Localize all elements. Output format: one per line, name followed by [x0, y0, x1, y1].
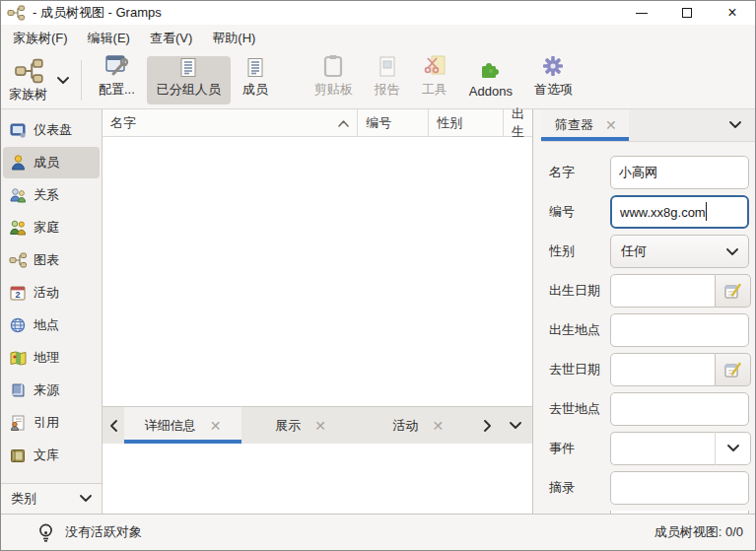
configure-icon	[103, 54, 129, 78]
chevron-down-icon	[80, 495, 92, 503]
people-table-body[interactable]	[103, 137, 532, 406]
sidebar-item-citations[interactable]: 引用	[3, 407, 100, 439]
family-tree-chevron-icon[interactable]	[57, 77, 69, 85]
configure-button[interactable]: 配置...	[89, 56, 145, 104]
tab-close-icon[interactable]: ✕	[432, 418, 444, 434]
filter-birth-date-label: 出生日期	[549, 282, 610, 300]
filter-gender-select[interactable]: 任何	[610, 235, 749, 268]
tab-details[interactable]: 详细信息 ✕	[124, 407, 241, 444]
filter-note-label: 摘录	[549, 479, 610, 497]
clipboard-icon	[323, 54, 343, 78]
citations-icon	[9, 415, 27, 432]
death-date-picker-button[interactable]	[716, 353, 751, 386]
charts-icon	[9, 252, 27, 269]
chevron-right-icon	[484, 420, 492, 432]
category-label: 类别	[11, 490, 80, 508]
sidebar-item-sources[interactable]: 来源	[3, 375, 100, 406]
sidebar-item-charts[interactable]: 图表	[3, 244, 100, 276]
filter-birth-place-label: 出生地点	[549, 321, 610, 339]
gramps-window: - 成员树视图 - Gramps × 家族树(F) 编辑(E) 查看(V) 帮助…	[0, 0, 756, 551]
sidebar-item-label: 仪表盘	[34, 121, 72, 139]
menu-view[interactable]: 查看(V)	[140, 26, 202, 51]
gramplet-content	[103, 444, 532, 514]
sidebar-item-relationships[interactable]: 关系	[3, 179, 100, 211]
person-list-icon	[246, 57, 264, 78]
filter-tab-bar: 筛查器 ✕	[541, 109, 755, 142]
filter-death-place-input[interactable]	[610, 392, 749, 426]
view-count: 成员树视图: 0/0	[654, 523, 743, 541]
menu-help[interactable]: 帮助(H)	[202, 26, 265, 51]
category-dropdown[interactable]: 类别	[1, 483, 102, 514]
text-cursor	[706, 202, 707, 221]
events-icon: 2	[9, 285, 27, 302]
filter-name-label: 名字	[549, 164, 610, 181]
column-header-name[interactable]: 名字	[103, 109, 358, 136]
sidebar-item-events[interactable]: 2 活动	[3, 277, 100, 309]
chevron-left-icon	[109, 420, 117, 432]
filter-event-input[interactable]	[610, 432, 716, 465]
clipboard-button: 剪贴板	[305, 56, 363, 104]
birth-date-picker-button[interactable]	[716, 274, 751, 308]
gramplet-menu-button[interactable]	[499, 407, 532, 444]
sidebar-item-geography[interactable]: 地理	[3, 342, 100, 374]
media-icon	[9, 448, 27, 464]
preferences-icon	[541, 54, 565, 78]
sidebar-item-people[interactable]: 成员	[3, 147, 100, 178]
menu-edit[interactable]: 编辑(E)	[78, 26, 140, 51]
filter-note-input[interactable]	[610, 471, 749, 505]
maximize-button[interactable]	[664, 1, 710, 25]
panel-splitter[interactable]	[533, 109, 541, 514]
family-tree-button[interactable]: 家族树	[3, 54, 75, 106]
column-header-id[interactable]: 编号	[358, 109, 429, 136]
sidebar-item-label: 文库	[34, 447, 59, 464]
tab-scroll-right-button[interactable]	[477, 407, 499, 444]
chevron-down-icon	[727, 445, 739, 452]
tab-close-icon[interactable]: ✕	[314, 418, 326, 434]
sidebar-item-places[interactable]: 地点	[3, 310, 100, 341]
column-header-gender[interactable]: 性别	[429, 109, 504, 136]
sidebar-item-dashboard[interactable]: 仪表盘	[3, 114, 100, 146]
statusbar: 没有活跃对象 成员树视图: 0/0	[1, 514, 755, 550]
sources-icon	[9, 382, 27, 399]
addons-button[interactable]: Addons	[459, 56, 522, 104]
preferences-button[interactable]: 首选项	[524, 56, 583, 104]
geography-icon	[9, 350, 27, 367]
minimize-button[interactable]	[619, 1, 664, 25]
menu-family-tree[interactable]: 家族树(F)	[3, 26, 78, 51]
active-person-icon	[38, 523, 53, 542]
maximize-icon	[682, 8, 692, 18]
close-button[interactable]: ×	[710, 1, 755, 25]
tab-events[interactable]: 活动 ✕	[360, 407, 477, 444]
tab-gallery[interactable]: 展示 ✕	[241, 407, 359, 444]
filter-birth-place-input[interactable]	[610, 313, 749, 347]
svg-text:2: 2	[15, 290, 20, 300]
chevron-down-icon	[510, 422, 521, 430]
filter-form: 名字 编号 性别 任何	[541, 142, 755, 514]
filter-name-input[interactable]	[610, 156, 749, 189]
toolbar: 家族树 配置... 已分组人员	[1, 52, 755, 109]
navigator-sidebar: 仪表盘 成员	[1, 109, 103, 514]
filter-death-date-input[interactable]	[610, 353, 716, 386]
chevron-down-icon	[729, 121, 741, 129]
sidebar-item-label: 地理	[34, 349, 59, 367]
column-header-birth[interactable]: 出生	[504, 109, 532, 136]
gramps-logo-icon	[7, 5, 25, 21]
filter-menu-button[interactable]	[729, 109, 755, 141]
places-icon	[9, 317, 27, 334]
window-title: - 成员树视图 - Gramps	[33, 4, 162, 22]
tab-close-icon[interactable]: ✕	[605, 117, 617, 133]
event-dropdown-button[interactable]	[716, 432, 751, 465]
tab-scroll-left-button[interactable]	[103, 407, 124, 444]
gramplet-tab-bar: 详细信息 ✕ 展示 ✕ 活动 ✕	[103, 406, 532, 444]
addons-icon	[479, 59, 503, 81]
sidebar-item-label: 成员	[34, 154, 59, 172]
sidebar-item-families[interactable]: 家庭	[3, 212, 100, 243]
tab-close-icon[interactable]: ✕	[210, 418, 222, 434]
sidebar-item-media[interactable]: 文库	[3, 440, 100, 471]
tab-filter[interactable]: 筛查器 ✕	[541, 109, 629, 141]
filter-id-input[interactable]	[610, 195, 749, 229]
sidebar-item-label: 家庭	[34, 219, 59, 237]
grouped-people-button[interactable]: 已分组人员	[147, 56, 231, 104]
person-list-button[interactable]: 成员	[233, 56, 278, 104]
filter-birth-date-input[interactable]	[610, 274, 716, 308]
